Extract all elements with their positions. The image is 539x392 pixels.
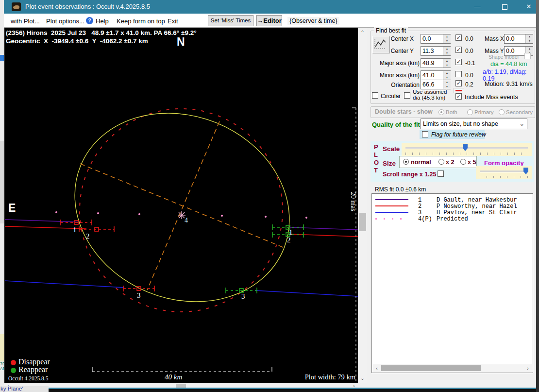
center-y-spinner[interactable]: 11.3 ▲▼ — [421, 46, 451, 56]
center-y-label: Center Y — [385, 48, 414, 54]
include-miss-checkbox[interactable]: ✓ — [455, 93, 462, 100]
scroll-range-checkbox[interactable] — [438, 170, 444, 177]
major-axis-line — [80, 164, 284, 248]
assumed-diameter-circle — [80, 109, 283, 312]
spin-down-button[interactable]: ▼ — [443, 51, 451, 55]
flag-review-checkbox[interactable] — [422, 131, 428, 137]
circular-checkbox[interactable] — [372, 92, 378, 99]
quality-value: Limits on size, but no shape — [423, 120, 498, 127]
list-scroll-left-arrow[interactable]: ‹ — [373, 365, 380, 372]
observer-row[interactable]: 2 P Nosworthy, near Hazel — [372, 203, 533, 209]
plot-title-line2: Geocentric X -3949.4 ±0.6 Y -4062.2 ±0.7… — [6, 37, 148, 45]
orientation-spinner[interactable]: 66.6 ▲▼ — [421, 80, 451, 89]
size-x5-radio[interactable] — [460, 159, 466, 165]
chord-3-line — [5, 281, 358, 296]
observer-line-sample — [375, 218, 408, 220]
help-icon: ? — [86, 17, 93, 24]
plot-canvas[interactable]: 4 — [4, 28, 358, 383]
double-both-radio[interactable] — [438, 109, 444, 115]
form-opacity-slider[interactable] — [476, 166, 532, 179]
observer-row[interactable]: 3 H Pavlov, near St Clair — [372, 209, 533, 216]
center-x-residual: 0.0 — [465, 35, 473, 42]
mass-x-label: Mass X — [485, 35, 504, 42]
background-fragment — [0, 334, 4, 361]
scale-slider-thumb[interactable] — [463, 144, 468, 151]
double-primary-radio[interactable] — [467, 109, 473, 115]
editor-button[interactable]: →Editor — [256, 15, 282, 26]
motion-info: Motion: 9.31 km/s — [485, 81, 533, 87]
maximize-button[interactable] — [502, 4, 507, 10]
double-secondary-label: Secondary — [506, 109, 533, 115]
menu-exit[interactable]: Exit — [168, 17, 178, 25]
diameter-info: dia = 44.8 km — [490, 61, 527, 68]
form-opacity-label: Form opacity — [484, 159, 524, 167]
svg-text:1: 1 — [73, 226, 77, 234]
center-x-label: Center X — [385, 35, 414, 42]
plot-title-line1: (2356) Hirons 2025 Jul 23 48.9 ±1.7 x 41… — [6, 29, 197, 36]
minor-axis-fit-checkbox[interactable] — [455, 71, 462, 77]
use-assumed-checkbox[interactable] — [404, 92, 410, 99]
center-x-value: 0.0 — [422, 35, 431, 42]
major-axis-spinner[interactable]: 48.9 ▲▼ — [421, 58, 451, 68]
size-normal-radio[interactable] — [403, 159, 409, 165]
observer-row[interactable]: 1 D Gault, near Hawkesbur — [372, 197, 533, 203]
svg-text:2: 2 — [287, 236, 291, 244]
observer-time-label: {Observer & time} — [287, 17, 339, 25]
menu-with-plot[interactable]: with Plot... — [11, 17, 40, 25]
plot-vertical-scrollbar[interactable]: ⌃ ⌄ — [358, 28, 367, 383]
double-secondary-radio[interactable] — [499, 109, 505, 115]
spinner-arrows: ▲▼ — [443, 59, 450, 68]
list-scroll-right-arrow[interactable]: › — [524, 365, 531, 372]
menu-plot-options[interactable]: Plot options... — [46, 17, 84, 25]
mass-x-spinner[interactable]: 0.0 ▲▼ — [504, 34, 533, 44]
plot-letter-t: T — [374, 167, 378, 174]
background-window-strip: 70 AN — [0, 0, 4, 392]
orientation-fit-checkbox[interactable]: ✓ — [455, 80, 462, 86]
east-label: E — [8, 202, 16, 215]
plot-version-label: Occult 4.2025.8.5 — [8, 375, 48, 381]
menu-help[interactable]: Help — [96, 17, 109, 25]
svg-text:3: 3 — [241, 292, 245, 300]
observer-name: H Pavlov, near St Clair — [437, 209, 517, 216]
center-x-spinner[interactable]: 0.0 ▲▼ — [421, 34, 451, 44]
shape-model-checkbox[interactable] — [524, 53, 531, 59]
orientation-value: 66.6 — [422, 81, 434, 88]
set-miss-times-button[interactable]: Set 'Miss' Times — [208, 15, 253, 26]
mas-scale-line — [352, 108, 356, 382]
spinner-arrows: ▲▼ — [443, 71, 450, 80]
observer-number: 4(P) — [418, 216, 432, 222]
spin-down-button[interactable]: ▼ — [443, 63, 451, 68]
size-x2-radio[interactable] — [438, 159, 444, 165]
center-x-fit-checkbox[interactable]: ✓ — [455, 34, 462, 41]
observer-row[interactable]: 4(P) Predicted — [372, 216, 533, 222]
size-x2-label: x 2 — [446, 159, 454, 166]
scale-slider[interactable] — [402, 143, 532, 156]
quality-select[interactable]: Limits on size, but no shape ⌄ — [421, 119, 527, 129]
observer-line-sample — [375, 212, 408, 213]
reappear-marker-1 — [272, 224, 303, 230]
menu-keep-on-top[interactable]: Keep form on top — [117, 17, 165, 25]
opacity-slider-thumb[interactable] — [523, 168, 528, 174]
minimize-button[interactable]: — — [466, 0, 488, 14]
spin-down-button[interactable]: ▼ — [525, 39, 533, 43]
center-y-fit-checkbox[interactable]: ✓ — [455, 47, 462, 53]
opacity-slider-track[interactable] — [480, 170, 528, 172]
observer-number: 3 — [418, 209, 421, 216]
scroll-down-arrow[interactable]: ⌄ — [358, 375, 367, 382]
major-axis-fit-checkbox[interactable]: ✓ — [455, 59, 462, 65]
background-fragment — [0, 141, 4, 223]
plot-letter-l: L — [374, 151, 378, 158]
vertical-scroll-thumb[interactable] — [359, 213, 366, 231]
background-fragment — [0, 55, 4, 61]
observer-listbox[interactable]: 1 D Gault, near Hawkesbur 2 P Nosworthy,… — [371, 193, 533, 373]
list-horizontal-scrollbar[interactable]: ‹ › — [372, 364, 532, 372]
observer-name: P Nosworthy, near Hazel — [437, 203, 517, 210]
spin-down-button[interactable]: ▼ — [443, 85, 451, 89]
screen-right-edge — [536, 0, 539, 392]
spin-down-button[interactable]: ▼ — [443, 75, 451, 80]
spin-down-button[interactable]: ▼ — [443, 39, 451, 43]
scroll-up-arrow[interactable]: ⌃ — [358, 29, 367, 36]
list-scroll-thumb[interactable] — [381, 365, 481, 371]
minor-axis-spinner[interactable]: 41.0 ▲▼ — [421, 70, 451, 80]
observer-name: Predicted — [437, 216, 468, 222]
